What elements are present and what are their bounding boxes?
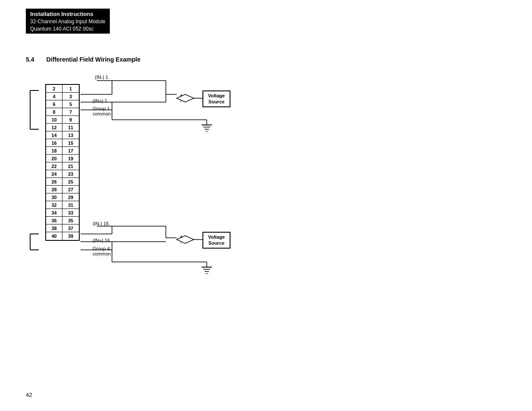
table-row: 2827 <box>46 186 79 193</box>
terminal-right: 39 <box>62 232 79 240</box>
terminal-left: 20 <box>46 155 62 162</box>
table-row: 4039 <box>46 232 79 240</box>
terminal-left: 12 <box>46 124 62 131</box>
section-number: 5.4 <box>26 56 34 63</box>
terminal-right: 15 <box>62 139 79 146</box>
terminal-left: 6 <box>46 100 62 108</box>
group4-label: Group 4 <box>93 246 110 251</box>
terminal-left: 32 <box>46 201 62 209</box>
header-title: Installation Instructions <box>30 10 106 18</box>
table-row: 1615 <box>46 139 79 147</box>
terminal-left: 40 <box>46 232 62 240</box>
terminal-right: 17 <box>62 147 79 154</box>
terminal-left: 2 <box>46 85 62 92</box>
terminal-right: 1 <box>62 85 79 92</box>
terminal-right: 25 <box>62 178 79 185</box>
table-row: 2423 <box>46 170 79 178</box>
vs1-line2: Source <box>206 99 227 105</box>
terminal-left: 10 <box>46 116 62 123</box>
header-line3: Quantum 140 ACI 052 00sc <box>30 25 106 33</box>
table-row: 1413 <box>46 131 79 139</box>
table-row: 2625 <box>46 178 79 186</box>
terminal-left: 26 <box>46 178 62 185</box>
table-row: 2221 <box>46 162 79 170</box>
terminal-left: 14 <box>46 131 62 139</box>
svg-text:+: + <box>180 93 183 98</box>
table-row: 109 <box>46 116 79 124</box>
terminal-left: 18 <box>46 147 62 154</box>
terminal-left: 28 <box>46 186 62 193</box>
header-line2: 32-Channel Analog Input Module <box>30 18 106 25</box>
svg-marker-14 <box>177 94 194 102</box>
terminal-right: 27 <box>62 186 79 193</box>
terminal-left: 4 <box>46 93 62 100</box>
vs16-line2: Source <box>206 240 227 246</box>
table-row: 43 <box>46 93 79 100</box>
in-neg-1-label: (IN-) 1 <box>95 75 108 80</box>
terminal-right: 13 <box>62 131 79 139</box>
page-number: 42 <box>26 392 32 398</box>
table-row: 3433 <box>46 209 79 217</box>
terminal-left: 8 <box>46 108 62 115</box>
group1-label: Group 1 <box>93 106 110 111</box>
table-row: 3837 <box>46 224 79 232</box>
svg-text:+: + <box>180 234 183 239</box>
common-4-label: common <box>93 251 111 256</box>
in-neg-16-label: (IN-) 16 <box>93 221 109 226</box>
table-row: 3029 <box>46 193 79 201</box>
svg-marker-31 <box>177 236 194 243</box>
common-1-label: common <box>93 111 111 116</box>
terminal-right: 35 <box>62 217 79 224</box>
terminal-right: 11 <box>62 124 79 131</box>
section-title: Differential Field Wiring Example <box>46 56 140 63</box>
table-row: 65 <box>46 100 79 108</box>
voltage-source-16: Voltage Source <box>202 232 230 249</box>
table-row: 1211 <box>46 124 79 131</box>
in-pos-16-label: (IN+) 16 <box>93 238 110 243</box>
terminal-right: 5 <box>62 100 79 108</box>
terminal-left: 34 <box>46 209 62 216</box>
terminal-left: 16 <box>46 139 62 146</box>
voltage-source-1: Voltage Source <box>202 90 230 107</box>
vs16-line1: Voltage <box>206 234 227 240</box>
header-box: Installation Instructions 32-Channel Ana… <box>26 9 110 34</box>
terminal-right: 3 <box>62 93 79 100</box>
table-row: 2019 <box>46 155 79 162</box>
table-row: 87 <box>46 108 79 116</box>
terminal-left: 38 <box>46 224 62 232</box>
terminal-left: 24 <box>46 170 62 177</box>
in-pos-1-label: (IN+) 1 <box>93 98 107 103</box>
table-row: 3231 <box>46 201 79 209</box>
terminal-right: 37 <box>62 224 79 232</box>
table-row: 1817 <box>46 147 79 155</box>
svg-text:-: - <box>180 99 181 103</box>
terminal-left: 22 <box>46 162 62 170</box>
terminal-right: 7 <box>62 108 79 115</box>
table-row: 3635 <box>46 217 79 224</box>
terminal-left: 30 <box>46 193 62 201</box>
terminal-block: 2143658710912111413161518172019222124232… <box>45 84 80 241</box>
terminal-right: 23 <box>62 170 79 177</box>
terminal-right: 33 <box>62 209 79 216</box>
terminal-left: 36 <box>46 217 62 224</box>
diagram-area: + - + - 21436587109121114131615181720192… <box>26 71 293 312</box>
terminal-right: 29 <box>62 193 79 201</box>
terminal-right: 21 <box>62 162 79 170</box>
terminal-right: 19 <box>62 155 79 162</box>
vs1-line1: Voltage <box>206 93 227 99</box>
svg-text:-: - <box>180 240 181 245</box>
terminal-right: 9 <box>62 116 79 123</box>
terminal-right: 31 <box>62 201 79 209</box>
table-row: 21 <box>46 85 79 93</box>
